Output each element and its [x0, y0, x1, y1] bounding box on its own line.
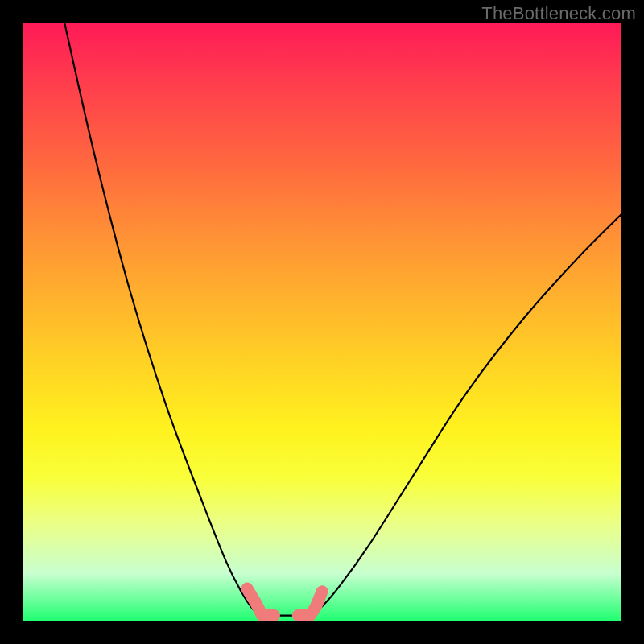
chart-svg [23, 23, 621, 621]
plot-area [23, 23, 621, 621]
watermark-text: TheBottleneck.com [481, 3, 636, 24]
chart-frame: TheBottleneck.com [0, 0, 644, 644]
right-curve [310, 214, 621, 615]
pink-markers-left [247, 588, 274, 615]
pink-markers-right [298, 592, 322, 616]
left-curve [64, 23, 262, 616]
